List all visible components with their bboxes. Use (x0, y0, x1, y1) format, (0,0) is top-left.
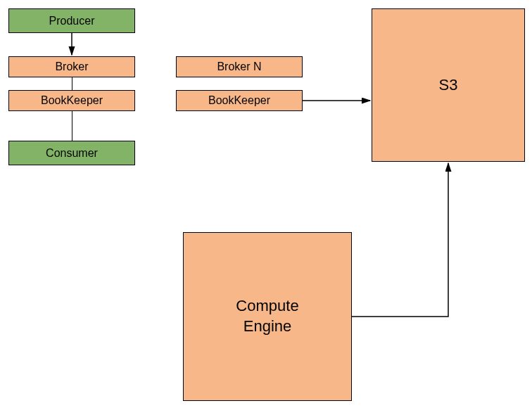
producer-label: Producer (49, 15, 95, 27)
connector-bookkeeper-consumer (72, 111, 72, 141)
compute-engine-box: Compute Engine (183, 232, 352, 401)
broker-box: Broker (8, 56, 135, 77)
broker-n-box: Broker N (176, 56, 303, 77)
compute-engine-label: Compute Engine (236, 296, 298, 336)
connector-broker-bookkeeper (72, 77, 72, 90)
consumer-box: Consumer (8, 141, 135, 165)
bookkeeper1-label: BookKeeper (41, 94, 103, 107)
s3-label: S3 (439, 76, 458, 94)
bookkeeper1-box: BookKeeper (8, 90, 135, 111)
bookkeeper2-box: BookKeeper (176, 90, 303, 111)
s3-box: S3 (372, 8, 525, 162)
producer-box: Producer (8, 8, 135, 33)
consumer-label: Consumer (46, 147, 98, 160)
broker-n-label: Broker N (217, 60, 261, 73)
broker-label: Broker (55, 60, 88, 73)
arrow-compute-s3 (352, 163, 448, 317)
bookkeeper2-label: BookKeeper (208, 94, 270, 107)
